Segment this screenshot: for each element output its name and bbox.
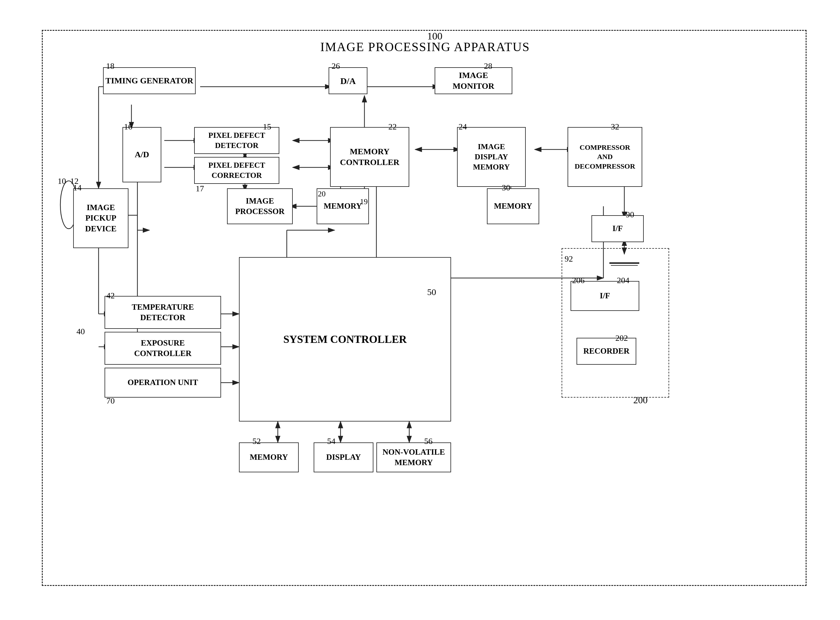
- ref-26: 26: [332, 61, 340, 71]
- ad-block: A/D: [123, 127, 161, 182]
- temperature-detector-block: TEMPERATUREDETECTOR: [105, 296, 221, 329]
- ref-92: 92: [565, 254, 573, 264]
- ref-10: 10: [58, 176, 66, 186]
- if-90-block: I/F: [591, 215, 644, 242]
- system-controller-block: SYSTEM CONTROLLER: [239, 257, 451, 421]
- ref-90: 90: [626, 210, 634, 220]
- image-processor-block: IMAGEPROCESSOR: [227, 188, 293, 224]
- ref-202: 202: [615, 333, 628, 343]
- ref-20: 20: [316, 188, 327, 200]
- image-monitor-block: IMAGEMONITOR: [435, 67, 512, 94]
- ref-52: 52: [252, 436, 261, 446]
- timing-generator-block: TIMING GENERATOR: [103, 67, 196, 94]
- recording-box: [562, 248, 669, 397]
- ref-54: 54: [327, 436, 336, 446]
- display-54-block: DISPLAY: [314, 442, 374, 473]
- ref-70: 70: [106, 396, 115, 406]
- ref-50: 50: [427, 287, 436, 297]
- ref-206: 206: [572, 275, 585, 285]
- nonvolatile-memory-block: NON-VOLATILEMEMORY: [376, 442, 451, 473]
- image-pickup-device-block: IMAGEPICKUPDEVICE: [73, 188, 129, 248]
- ref-16: 16: [124, 122, 132, 131]
- ref-19: 19: [360, 197, 368, 206]
- operation-unit-block: OPERATION UNIT: [105, 368, 221, 397]
- memory-30-block: MEMORY: [487, 188, 539, 224]
- ref-200: 200: [633, 394, 648, 406]
- memory-controller-block: MEMORYCONTROLLER: [330, 127, 409, 187]
- main-title: IMAGE PROCESSING APPARATUS: [43, 40, 807, 54]
- da-block: D/A: [328, 67, 368, 94]
- ref-28: 28: [484, 61, 492, 71]
- ref-17: 17: [196, 184, 204, 193]
- image-display-memory-block: IMAGEDISPLAYMEMORY: [457, 127, 526, 187]
- ref-40: 40: [76, 327, 85, 336]
- compressor-block: COMPRESSORANDDECOMPRESSOR: [568, 127, 642, 187]
- ref-204: 204: [617, 275, 629, 285]
- ref-14: 14: [73, 183, 81, 193]
- ref-56: 56: [424, 436, 432, 446]
- pixel-defect-corrector-block: PIXEL DEFECTCORRECTOR: [194, 157, 279, 184]
- if-204-block: I/F: [570, 281, 639, 311]
- ref-30: 30: [502, 183, 510, 193]
- ref-18: 18: [106, 61, 114, 71]
- ref-15: 15: [263, 122, 271, 131]
- ref-24: 24: [459, 122, 467, 131]
- memory-52-block: MEMORY: [239, 442, 299, 473]
- ref-42: 42: [106, 291, 115, 301]
- diagram-container: 100 IMAGE PROCESSING APPARATUS: [18, 12, 825, 604]
- ref-22: 22: [388, 122, 397, 131]
- exposure-controller-block: EXPOSURECONTROLLER: [105, 332, 221, 365]
- ref-32: 32: [611, 122, 619, 131]
